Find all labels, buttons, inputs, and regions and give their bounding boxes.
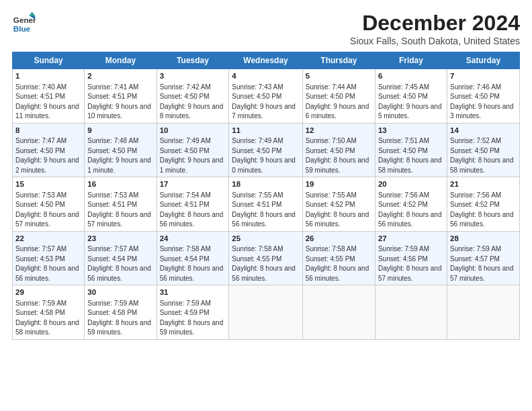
day-number: 30 <box>87 287 153 298</box>
daylight-text: Daylight: 9 hours and 5 minutes. <box>378 103 442 120</box>
day-number: 22 <box>15 234 81 244</box>
calendar-cell: 30Sunrise: 7:59 AMSunset: 4:58 PMDayligh… <box>85 285 157 340</box>
daylight-text: Daylight: 9 hours and 1 minute. <box>87 156 151 174</box>
sunset-text: Sunset: 4:51 PM <box>15 93 65 100</box>
sunset-text: Sunset: 4:51 PM <box>87 93 137 100</box>
calendar-cell: 31Sunrise: 7:59 AMSunset: 4:59 PMDayligh… <box>157 285 229 340</box>
sunrise-text: Sunrise: 7:58 AM <box>306 245 357 253</box>
calendar-cell: 27Sunrise: 7:59 AMSunset: 4:56 PMDayligh… <box>375 231 447 285</box>
day-number: 12 <box>306 126 372 136</box>
day-number: 29 <box>15 287 81 298</box>
daylight-text: Daylight: 8 hours and 57 minutes. <box>450 265 514 282</box>
day-number: 3 <box>160 71 226 82</box>
calendar-cell: 16Sunrise: 7:53 AMSunset: 4:51 PMDayligh… <box>85 177 157 232</box>
daylight-text: Daylight: 8 hours and 58 minutes. <box>378 156 442 174</box>
calendar-header: Sunday Monday Tuesday Wednesday Thursday… <box>13 52 520 69</box>
sunset-text: Sunset: 4:50 PM <box>232 147 281 154</box>
sunrise-text: Sunrise: 7:45 AM <box>378 83 429 91</box>
day-number: 11 <box>232 126 299 136</box>
sunset-text: Sunset: 4:50 PM <box>306 147 355 154</box>
sunset-text: Sunset: 4:52 PM <box>450 201 500 208</box>
sunset-text: Sunset: 4:53 PM <box>15 255 65 263</box>
daylight-text: Daylight: 9 hours and 6 minutes. <box>306 103 369 120</box>
day-number: 6 <box>378 71 444 82</box>
sunrise-text: Sunrise: 7:44 AM <box>306 83 357 91</box>
calendar-cell: 11Sunrise: 7:49 AMSunset: 4:50 PMDayligh… <box>229 123 302 177</box>
daylight-text: Daylight: 8 hours and 59 minutes. <box>87 319 151 336</box>
col-saturday: Saturday <box>447 52 519 69</box>
daylight-text: Daylight: 8 hours and 56 minutes. <box>306 265 369 282</box>
day-number: 26 <box>306 234 372 244</box>
calendar-cell: 20Sunrise: 7:56 AMSunset: 4:52 PMDayligh… <box>375 177 447 232</box>
daylight-text: Daylight: 8 hours and 56 minutes. <box>15 265 79 282</box>
daylight-text: Daylight: 9 hours and 7 minutes. <box>232 103 296 120</box>
day-number: 16 <box>87 179 153 190</box>
subtitle: Sioux Falls, South Dakota, United States <box>350 36 520 46</box>
sunrise-text: Sunrise: 7:51 AM <box>378 137 429 144</box>
sunset-text: Sunset: 4:55 PM <box>306 255 355 263</box>
sunset-text: Sunset: 4:50 PM <box>378 147 428 154</box>
calendar-cell: 19Sunrise: 7:55 AMSunset: 4:52 PMDayligh… <box>302 177 375 232</box>
sunrise-text: Sunrise: 7:49 AM <box>232 137 283 144</box>
calendar-cell: 9Sunrise: 7:48 AMSunset: 4:50 PMDaylight… <box>85 123 157 177</box>
day-number: 19 <box>306 179 372 190</box>
calendar-cell: 22Sunrise: 7:57 AMSunset: 4:53 PMDayligh… <box>13 231 85 285</box>
calendar-cell: 12Sunrise: 7:50 AMSunset: 4:50 PMDayligh… <box>302 123 375 177</box>
daylight-text: Daylight: 9 hours and 3 minutes. <box>450 103 514 120</box>
day-number: 25 <box>232 234 299 244</box>
sunset-text: Sunset: 4:51 PM <box>87 201 137 208</box>
calendar-cell: 26Sunrise: 7:58 AMSunset: 4:55 PMDayligh… <box>302 231 375 285</box>
day-number: 7 <box>450 71 517 82</box>
sunrise-text: Sunrise: 7:54 AM <box>160 191 211 199</box>
daylight-text: Daylight: 8 hours and 57 minutes. <box>15 211 79 228</box>
sunset-text: Sunset: 4:50 PM <box>232 93 281 100</box>
svg-text:Blue: Blue <box>13 24 31 33</box>
calendar-cell <box>375 285 447 340</box>
daylight-text: Daylight: 8 hours and 56 minutes. <box>306 211 369 228</box>
sunset-text: Sunset: 4:50 PM <box>378 93 428 100</box>
calendar-cell: 15Sunrise: 7:53 AMSunset: 4:50 PMDayligh… <box>13 177 85 232</box>
sunset-text: Sunset: 4:54 PM <box>160 255 210 263</box>
sunset-text: Sunset: 4:51 PM <box>160 201 210 208</box>
daylight-text: Daylight: 8 hours and 56 minutes. <box>232 265 296 282</box>
sunrise-text: Sunrise: 7:41 AM <box>87 83 138 91</box>
sunrise-text: Sunrise: 7:59 AM <box>87 300 138 307</box>
sunset-text: Sunset: 4:52 PM <box>378 201 428 208</box>
day-number: 20 <box>378 179 444 190</box>
calendar-week-1: 1Sunrise: 7:40 AMSunset: 4:51 PMDaylight… <box>13 69 520 124</box>
calendar-cell: 2Sunrise: 7:41 AMSunset: 4:51 PMDaylight… <box>85 69 157 124</box>
header: General Blue December 2024 Sioux Falls, … <box>12 11 520 46</box>
sunrise-text: Sunrise: 7:56 AM <box>450 191 501 199</box>
logo-icon: General Blue <box>12 11 36 35</box>
calendar-cell: 21Sunrise: 7:56 AMSunset: 4:52 PMDayligh… <box>447 177 519 232</box>
sunrise-text: Sunrise: 7:42 AM <box>160 83 211 91</box>
calendar-cell: 1Sunrise: 7:40 AMSunset: 4:51 PMDaylight… <box>13 69 85 124</box>
sunset-text: Sunset: 4:50 PM <box>160 93 210 100</box>
sunrise-text: Sunrise: 7:49 AM <box>160 137 211 144</box>
col-wednesday: Wednesday <box>229 52 302 69</box>
calendar-cell: 3Sunrise: 7:42 AMSunset: 4:50 PMDaylight… <box>157 69 229 124</box>
sunset-text: Sunset: 4:50 PM <box>306 93 355 100</box>
sunrise-text: Sunrise: 7:40 AM <box>15 83 66 91</box>
calendar-cell: 10Sunrise: 7:49 AMSunset: 4:50 PMDayligh… <box>157 123 229 177</box>
sunrise-text: Sunrise: 7:55 AM <box>306 191 357 199</box>
calendar-cell <box>302 285 375 340</box>
calendar-cell: 18Sunrise: 7:55 AMSunset: 4:51 PMDayligh… <box>229 177 302 232</box>
daylight-text: Daylight: 9 hours and 11 minutes. <box>15 103 79 120</box>
day-number: 14 <box>450 126 517 136</box>
sunrise-text: Sunrise: 7:59 AM <box>450 245 501 253</box>
sunrise-text: Sunrise: 7:50 AM <box>306 137 357 144</box>
daylight-text: Daylight: 8 hours and 59 minutes. <box>306 156 369 174</box>
calendar-week-2: 8Sunrise: 7:47 AMSunset: 4:50 PMDaylight… <box>13 123 520 177</box>
daylight-text: Daylight: 8 hours and 57 minutes. <box>378 265 442 282</box>
daylight-text: Daylight: 8 hours and 56 minutes. <box>87 265 151 282</box>
daylight-text: Daylight: 8 hours and 58 minutes. <box>450 156 514 174</box>
calendar-cell: 13Sunrise: 7:51 AMSunset: 4:50 PMDayligh… <box>375 123 447 177</box>
day-number: 9 <box>87 126 153 136</box>
day-number: 10 <box>160 126 226 136</box>
sunrise-text: Sunrise: 7:48 AM <box>87 137 138 144</box>
day-number: 28 <box>450 234 517 244</box>
calendar-cell: 14Sunrise: 7:52 AMSunset: 4:50 PMDayligh… <box>447 123 519 177</box>
day-number: 15 <box>15 179 81 190</box>
col-thursday: Thursday <box>302 52 375 69</box>
